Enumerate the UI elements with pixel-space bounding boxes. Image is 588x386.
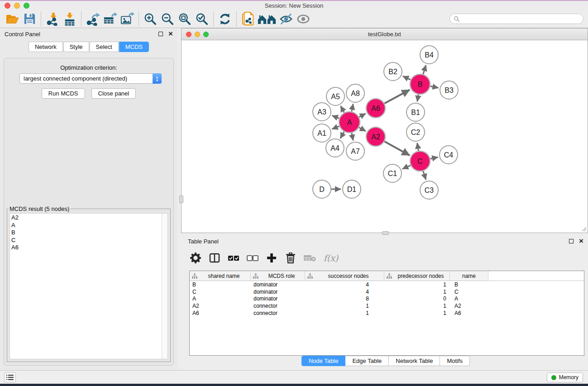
close-table-panel-icon[interactable]: ×	[579, 239, 583, 243]
delete-table-button[interactable]	[302, 251, 317, 265]
mcds-result-item[interactable]: A2	[11, 214, 162, 222]
table-cell[interactable]: 1	[384, 303, 450, 309]
edge-B-B4[interactable]	[423, 65, 426, 74]
column-header-shared-name[interactable]: shared name	[190, 271, 251, 281]
edge-A-A3[interactable]	[332, 115, 339, 118]
edge-A2-C[interactable]	[384, 142, 410, 156]
run-mcds-button[interactable]: Run MCDS	[42, 88, 85, 99]
refresh-button[interactable]	[216, 11, 234, 27]
table-row[interactable]: A6connector11A6	[190, 310, 584, 317]
zoom-fit-button[interactable]	[176, 11, 193, 27]
table-cell[interactable]: 1	[384, 289, 450, 295]
mcds-result-item[interactable]: B	[11, 229, 162, 237]
export-table-button[interactable]	[101, 11, 119, 27]
table-cell[interactable]: 1	[305, 310, 384, 316]
edge-C-C1[interactable]	[402, 165, 411, 169]
table-cell[interactable]: A	[450, 295, 488, 302]
edge-A-A2[interactable]	[359, 128, 366, 131]
zoom-selected-button[interactable]	[193, 11, 210, 27]
tab-select[interactable]: Select	[90, 42, 119, 52]
edge-A-A7[interactable]	[352, 133, 353, 141]
edge-C-C2[interactable]	[417, 143, 419, 151]
task-history-button[interactable]	[4, 372, 16, 382]
tab-network[interactable]: Network	[29, 42, 63, 52]
table-cell[interactable]: A2	[190, 303, 251, 309]
network-window-titlebar[interactable]: testGlobe.txt	[182, 29, 588, 40]
clone-network-button[interactable]	[239, 11, 257, 27]
horizontal-divider-grip[interactable]	[382, 231, 389, 235]
table-cell[interactable]: A2	[450, 303, 488, 309]
vertical-divider-grip[interactable]	[179, 195, 183, 203]
table-row[interactable]: A2connector11A2	[190, 302, 584, 310]
float-panel-icon[interactable]	[158, 32, 163, 36]
import-table-button[interactable]	[61, 11, 78, 27]
houses-button[interactable]	[257, 11, 277, 27]
delete-row-button[interactable]	[283, 251, 298, 265]
edge-A-A6[interactable]	[359, 114, 366, 117]
tab-motifs[interactable]: Motifs	[440, 356, 470, 366]
mcds-result-item[interactable]: A6	[11, 244, 162, 252]
settings-gear-button[interactable]	[188, 251, 203, 265]
resize-grip-icon[interactable]	[580, 225, 587, 232]
table-cell[interactable]: dominator	[251, 281, 305, 288]
table-cell[interactable]: 1	[305, 303, 384, 309]
table-cell[interactable]: connector	[251, 310, 305, 316]
close-panel-icon[interactable]: ×	[168, 32, 173, 36]
edge-A-A4[interactable]	[340, 132, 344, 138]
close-panel-button[interactable]: Close panel	[91, 88, 136, 99]
table-cell[interactable]: C	[190, 289, 251, 295]
table-cell[interactable]: B	[450, 281, 488, 288]
zoom-in-button[interactable]	[142, 11, 159, 27]
eye-button[interactable]	[295, 11, 312, 27]
tab-network-table[interactable]: Network Table	[389, 356, 440, 366]
table-cell[interactable]: 4	[305, 281, 384, 288]
edge-A-A5[interactable]	[340, 106, 344, 113]
table-cell[interactable]: A	[190, 295, 251, 302]
tab-edge-table[interactable]: Edge Table	[345, 356, 389, 366]
table-cell[interactable]: C	[450, 289, 488, 295]
mcds-result-list[interactable]: A2ABCA6	[10, 214, 162, 359]
table-cell[interactable]: 8	[305, 295, 384, 302]
function-builder-button[interactable]: f(x)	[321, 251, 341, 265]
edge-A6-B[interactable]	[384, 90, 410, 103]
edge-B-B3[interactable]	[430, 86, 439, 88]
table-row[interactable]: Cdominator41C	[190, 288, 584, 295]
edge-C-C3[interactable]	[423, 171, 426, 180]
mcds-result-item[interactable]: C	[11, 237, 162, 244]
add-row-button[interactable]	[264, 251, 279, 265]
table-cell[interactable]: A6	[190, 310, 251, 316]
search-input[interactable]	[460, 15, 583, 23]
column-header-predecessor-nodes[interactable]: predecessor nodes	[384, 271, 450, 281]
hidden-eye-button[interactable]	[277, 11, 295, 27]
edge-B-B1[interactable]	[417, 95, 419, 102]
deselect-all-button[interactable]	[245, 251, 260, 265]
table-cell[interactable]: 1	[384, 281, 450, 288]
network-graph[interactable]: B4B2BB3A5A8A6A3B1AC2A1A2A4A7C4CC1DD1C3	[182, 40, 588, 229]
node-table[interactable]: shared nameMCDS rolesuccessor nodesprede…	[189, 271, 584, 356]
table-cell[interactable]: 4	[305, 289, 384, 295]
export-network-button[interactable]	[84, 11, 101, 27]
save-session-button[interactable]	[21, 11, 38, 27]
mcds-result-item[interactable]: A	[11, 222, 162, 229]
search-box[interactable]	[449, 14, 583, 24]
table-cell[interactable]: dominator	[251, 289, 305, 295]
zoom-out-button[interactable]	[159, 11, 176, 27]
column-header-successor-nodes[interactable]: successor nodes	[305, 271, 384, 281]
export-image-button[interactable]	[119, 11, 136, 27]
table-row[interactable]: Adominator80A	[190, 295, 584, 303]
network-canvas[interactable]: B4B2BB3A5A8A6A3B1AC2A1A2A4A7C4CC1DD1C3	[182, 40, 588, 233]
criterion-dropdown[interactable]: largest connected component (directed) ▲…	[19, 73, 162, 84]
memory-button[interactable]: Memory	[547, 372, 583, 382]
tab-mcds[interactable]: MCDS	[119, 42, 149, 52]
table-cell[interactable]: dominator	[251, 295, 305, 302]
select-all-button[interactable]	[226, 251, 241, 265]
float-table-panel-icon[interactable]	[569, 239, 574, 243]
table-cell[interactable]: 1	[384, 310, 450, 316]
table-cell[interactable]: connector	[251, 303, 305, 309]
tab-node-table[interactable]: Node Table	[301, 356, 346, 366]
scrollbar-track[interactable]	[162, 214, 167, 359]
table-cell[interactable]: B	[190, 281, 251, 288]
table-cell[interactable]: A6	[450, 310, 488, 316]
edge-B-B2[interactable]	[403, 76, 411, 80]
edge-A-A1[interactable]	[332, 126, 339, 129]
